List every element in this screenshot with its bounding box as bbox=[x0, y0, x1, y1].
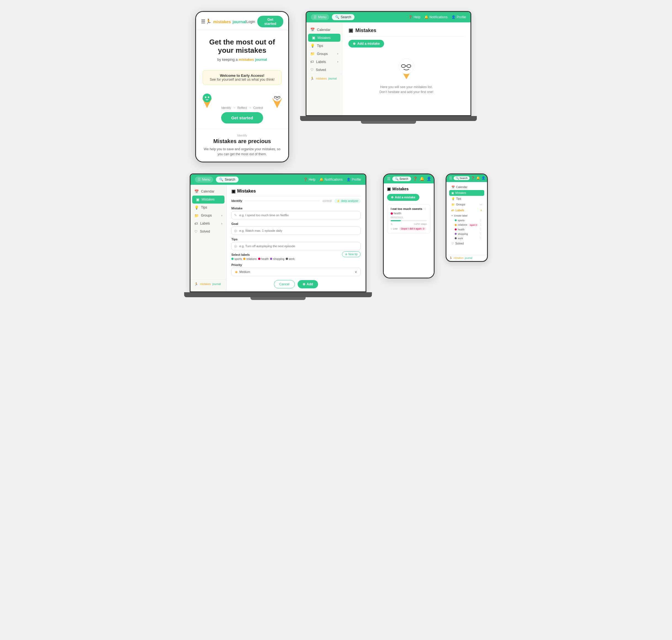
sp-groups-icon: 📁 bbox=[451, 203, 455, 206]
sp-labels-icon: 🏷 bbox=[451, 209, 454, 212]
sidebar-form-calendar[interactable]: 📅 Calendar bbox=[191, 188, 226, 195]
sp-footer-mistakes: mistakes bbox=[453, 257, 464, 259]
help-button-form[interactable]: ❓ Help bbox=[303, 178, 316, 181]
sp-search-pill[interactable]: 🔍 Search bbox=[453, 176, 470, 180]
mobile-help-icon[interactable]: ❓ bbox=[413, 176, 417, 181]
sp-label-work[interactable]: work ⋮ bbox=[449, 236, 484, 241]
arrow-icon-1: → bbox=[233, 106, 236, 110]
mobile-search-pill[interactable]: 🔍 Search bbox=[392, 176, 411, 181]
mobile-profile-icon[interactable]: 👤 bbox=[427, 176, 431, 181]
laptop-stand-form bbox=[250, 297, 305, 300]
sidebar-form-labels[interactable]: 🏷 Labels › bbox=[191, 220, 226, 228]
help-button[interactable]: ❓ Help bbox=[408, 15, 420, 19]
sp-footer: 🏃 mistakes journal bbox=[446, 255, 487, 261]
mistake-card: I eat too much sweets ⋮ health 06/02/202… bbox=[387, 204, 430, 234]
notifications-button-form[interactable]: 🔔 Notifications bbox=[319, 178, 343, 181]
sp-menu-icon[interactable]: ☰ bbox=[449, 176, 452, 180]
menu-button-form[interactable]: ☰ Menu bbox=[195, 176, 213, 183]
add-mistake-button[interactable]: ⊕ Add a mistake bbox=[348, 40, 384, 47]
sidebar-item-mistakes[interactable]: ▣ Mistakes bbox=[308, 34, 340, 42]
laptop-base bbox=[300, 116, 477, 121]
sp-help-icon[interactable]: ❓ bbox=[471, 176, 475, 180]
priority-select[interactable]: ◉ Medium ∨ bbox=[232, 268, 361, 276]
label-relations[interactable]: relations bbox=[243, 258, 257, 261]
sp-work-menu[interactable]: ⋮ bbox=[480, 237, 482, 240]
footer-mistakes-form: mistakes bbox=[200, 282, 211, 286]
sp-label-relations[interactable]: relations again 0 ⋮ bbox=[449, 223, 484, 227]
footer-journal: journal bbox=[328, 77, 337, 80]
mascot-left-icon bbox=[199, 91, 215, 111]
mistake-card-footer: ○ Low Oops! I did it again. 0 bbox=[391, 227, 427, 231]
tips-input[interactable] bbox=[232, 242, 361, 250]
profile-button-form[interactable]: 👤 Profile bbox=[346, 178, 361, 181]
mistake-card-date: 06/02/2021 bbox=[391, 216, 427, 219]
sidebar-form-mistakes[interactable]: ▣ Mistakes bbox=[192, 195, 224, 204]
sp-item-groups[interactable]: 📁 Groups — bbox=[449, 202, 484, 207]
add-icon: ⊕ bbox=[303, 282, 305, 286]
mobile-notifications-icon[interactable]: 🔔 bbox=[420, 176, 424, 181]
mobile-menu-icon[interactable]: ☰ bbox=[387, 176, 391, 181]
shopping-dot bbox=[270, 258, 272, 260]
sp-relations-menu[interactable]: ⋮ bbox=[480, 223, 482, 226]
sp-footer-logo-icon: 🏃 bbox=[449, 257, 452, 259]
search-button-top[interactable]: 🔍 Search bbox=[332, 14, 355, 20]
mistakes-title-icon: ▣ bbox=[348, 27, 353, 33]
search-icon-form: 🔍 bbox=[219, 178, 223, 181]
sp-shopping-menu[interactable]: ⋮ bbox=[480, 233, 482, 235]
add-button[interactable]: ⊕ Add bbox=[298, 280, 318, 288]
app-sidebar-empty: 📅 Calendar ▣ Mistakes 💡 Tips 📁 Groups bbox=[307, 23, 342, 115]
profile-button[interactable]: 👤 Profile bbox=[451, 15, 466, 19]
label-shopping[interactable]: shopping bbox=[270, 258, 284, 261]
sp-item-labels[interactable]: 🏷 Labels ∧ bbox=[449, 207, 484, 213]
bottom-row: ☰ Menu 🔍 Search ❓ Help 🔔 Notifications 👤… bbox=[184, 173, 488, 300]
sidebar-item-tips[interactable]: 💡 Tips bbox=[307, 42, 342, 50]
sp-label-health[interactable]: health ⋮ bbox=[449, 227, 484, 232]
sp-label-sports[interactable]: sports ⋮ bbox=[449, 218, 484, 223]
sp-notifications-icon[interactable]: 🔔 bbox=[476, 176, 480, 180]
goal-input[interactable] bbox=[232, 227, 361, 235]
get-started-button[interactable]: Get started bbox=[257, 16, 283, 27]
label-health[interactable]: health bbox=[258, 258, 269, 261]
cta-button[interactable]: Get started bbox=[221, 112, 263, 123]
sp-label-shopping[interactable]: shopping ⋮ bbox=[449, 232, 484, 236]
logo-mistakes: mistakes bbox=[213, 19, 231, 24]
sidebar-form-solved[interactable]: ♡ Solved bbox=[191, 228, 226, 236]
sidebar-item-solved[interactable]: ♡ Solved bbox=[307, 66, 342, 74]
sp-create-label[interactable]: + Create label bbox=[449, 213, 484, 218]
sidebar-item-groups[interactable]: 📁 Groups › bbox=[307, 50, 342, 58]
sidebar-form-tips[interactable]: 💡 Tips bbox=[191, 204, 226, 212]
mobile-add-mistake-button[interactable]: ⊕ Add a mistake bbox=[387, 194, 419, 201]
sp-item-mistakes[interactable]: ▣ Mistakes bbox=[449, 190, 484, 196]
new-tip-button[interactable]: ⊕ New tip bbox=[342, 251, 361, 257]
label-work[interactable]: work bbox=[286, 258, 295, 261]
sidebar-item-labels[interactable]: 🏷 Labels › bbox=[307, 58, 342, 66]
mistake-card-menu-icon[interactable]: ⋮ bbox=[424, 207, 427, 211]
sp-sports-menu[interactable]: ⋮ bbox=[480, 219, 482, 222]
form-tabs: Identify control ⚡ deep analyzer bbox=[232, 199, 361, 203]
sp-health-menu[interactable]: ⋮ bbox=[480, 228, 482, 231]
login-link[interactable]: Login bbox=[246, 19, 255, 24]
search-button-form[interactable]: 🔍 Search bbox=[216, 176, 239, 183]
sp-item-tips[interactable]: 💡 Tips bbox=[449, 196, 484, 202]
form-title-icon: ▣ bbox=[232, 189, 236, 194]
sp-item-calendar[interactable]: 📅 Calendar bbox=[449, 184, 484, 190]
notifications-button[interactable]: 🔔 Notifications bbox=[424, 15, 448, 19]
laptop-screen-form: ☰ Menu 🔍 Search ❓ Help 🔔 Notifications 👤… bbox=[190, 173, 367, 292]
sp-item-solved[interactable]: ♡ Solved bbox=[449, 241, 484, 246]
tab-identify[interactable]: Identify bbox=[232, 199, 242, 202]
chevron-groups-form: › bbox=[221, 214, 222, 217]
cancel-button[interactable]: Cancel bbox=[274, 280, 295, 288]
sidebar-form-groups[interactable]: 📁 Groups › bbox=[191, 212, 226, 220]
small-phone-mockup: ☰ 🔍 Search ❓ 🔔 👤 📅 Calendar ▣ Mistakes 💡 bbox=[446, 173, 488, 262]
hamburger-icon[interactable]: ☰ bbox=[201, 18, 205, 25]
mistake-input[interactable] bbox=[232, 211, 361, 219]
app-topbar-empty: ☰ Menu 🔍 Search ❓ Help 🔔 Notifications 👤… bbox=[307, 12, 471, 23]
menu-button[interactable]: ☰ Menu bbox=[311, 14, 329, 20]
health-dot bbox=[258, 258, 260, 260]
footer-logo-icon-form: 🏃 bbox=[194, 282, 198, 286]
tab-control[interactable]: control bbox=[323, 199, 332, 202]
sidebar-item-calendar[interactable]: 📅 Calendar bbox=[307, 26, 342, 34]
sp-profile-icon[interactable]: 👤 bbox=[481, 176, 486, 180]
label-sports[interactable]: sports bbox=[232, 258, 242, 261]
chevron-down-icon: › bbox=[338, 52, 338, 55]
